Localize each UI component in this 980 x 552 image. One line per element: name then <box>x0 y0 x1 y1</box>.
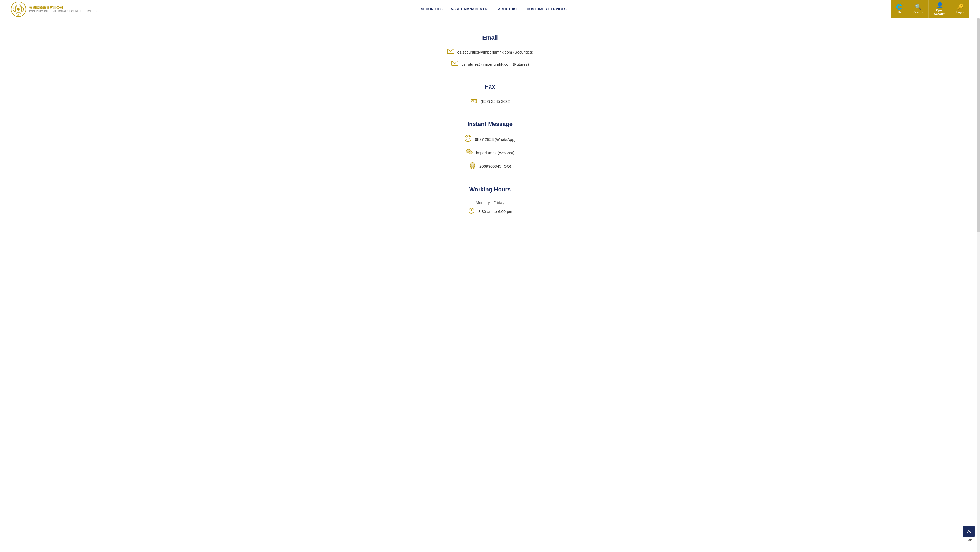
scrollbar[interactable] <box>977 18 980 258</box>
logo[interactable]: IISL 帝國國際證券有限公司 IMPERIUM INTERNATIONAL S… <box>11 1 97 17</box>
whatsapp-value: 6827 2953 (WhatsApp) <box>475 137 515 142</box>
qq-value: 2069960345 (QQ) <box>479 164 511 168</box>
fax-number-item: (852) 3585 3622 <box>382 97 598 105</box>
svg-point-15 <box>467 151 468 151</box>
search-button[interactable]: 🔍 Search <box>908 0 929 18</box>
email-futures-item: cs.futures@imperiumhk.com (Futures) <box>382 61 598 67</box>
email-securities-icon <box>447 48 454 55</box>
nav-asset-management[interactable]: ASSET MANAGEMENT <box>450 7 490 11</box>
svg-text:IISL: IISL <box>18 14 20 16</box>
whatsapp-item: 6827 2953 (WhatsApp) <box>382 135 598 144</box>
logo-text-en: IMPERIUM INTERNATIONAL SECURITIES LIMITE… <box>29 10 97 13</box>
working-hours-value: 8:30 am to 6:00 pm <box>478 209 512 214</box>
working-hours-title: Working Hours <box>382 186 598 193</box>
svg-point-19 <box>471 166 474 167</box>
svg-point-11 <box>475 102 476 102</box>
main-content: Email cs.securities@imperiumhk.com (Secu… <box>372 18 609 258</box>
scrollbar-thumb[interactable] <box>977 18 980 232</box>
svg-point-20 <box>471 165 472 166</box>
email-title: Email <box>382 34 598 41</box>
email-futures-icon <box>451 61 458 67</box>
nav-about-iisl[interactable]: ABOUT IISL <box>498 7 519 11</box>
working-hours-section: Working Hours Monday - Friday 8:30 am to… <box>382 186 598 215</box>
lang-button[interactable]: 🌐 EN <box>891 0 908 18</box>
logo-text-zh: 帝國國際證券有限公司 <box>29 6 97 10</box>
wechat-value: imperiumhk (WeChat) <box>476 150 515 155</box>
whatsapp-icon-svg <box>465 135 471 142</box>
globe-icon: 🌐 <box>896 4 902 10</box>
clock-icon-svg <box>468 207 474 214</box>
lang-label: EN <box>897 11 901 14</box>
svg-line-24 <box>471 211 473 211</box>
clock-icon <box>468 207 475 215</box>
email-securities-item: cs.securities@imperiumhk.com (Securities… <box>382 48 598 55</box>
main-nav: SECURITIES ASSET MANAGEMENT ABOUT IISL C… <box>421 7 566 11</box>
fax-icon-svg <box>470 97 477 103</box>
qq-item: 2069960345 (QQ) <box>382 162 598 170</box>
email-icon-svg-2 <box>452 61 458 66</box>
open-account-label: OpenAccount <box>934 9 945 16</box>
wechat-item: imperiumhk (WeChat) <box>382 149 598 156</box>
nav-customer-services[interactable]: CUSTOMER SERVICES <box>527 7 567 11</box>
svg-point-17 <box>469 151 469 151</box>
logo-icon: IISL <box>11 1 26 17</box>
email-futures-value: cs.futures@imperiumhk.com (Futures) <box>462 62 529 66</box>
search-icon: 🔍 <box>915 4 921 10</box>
open-account-button[interactable]: 👤 OpenAccount <box>929 0 951 18</box>
wechat-icon-svg <box>466 149 473 155</box>
open-account-icon: 👤 <box>937 2 943 8</box>
svg-point-14 <box>469 151 473 154</box>
instant-message-title: Instant Message <box>382 121 598 128</box>
fax-number-value: (852) 3585 3622 <box>480 99 510 104</box>
svg-point-3 <box>17 8 20 11</box>
working-hours-time-item: 8:30 am to 6:00 pm <box>382 207 598 215</box>
header-actions: 🌐 EN 🔍 Search 👤 OpenAccount 🔑 Login <box>891 0 969 18</box>
svg-rect-9 <box>472 101 474 102</box>
fax-title: Fax <box>382 83 598 90</box>
wechat-icon <box>466 149 473 156</box>
header: IISL 帝國國際證券有限公司 IMPERIUM INTERNATIONAL S… <box>0 0 980 18</box>
svg-point-10 <box>475 101 476 101</box>
fax-icon <box>470 97 477 105</box>
whatsapp-icon <box>464 135 472 144</box>
working-hours-days: Monday - Friday <box>382 200 598 205</box>
login-icon: 🔑 <box>957 4 964 10</box>
email-securities-value: cs.securities@imperiumhk.com (Securities… <box>457 50 533 54</box>
login-label: Login <box>956 11 964 14</box>
login-button[interactable]: 🔑 Login <box>951 0 969 18</box>
qq-icon-svg <box>469 162 476 169</box>
svg-point-21 <box>473 165 474 166</box>
nav-securities[interactable]: SECURITIES <box>421 7 443 11</box>
search-label: Search <box>913 11 923 14</box>
fax-section: Fax (852) 3585 3622 <box>382 83 598 105</box>
svg-point-16 <box>468 151 469 151</box>
instant-message-section: Instant Message 6827 2953 (WhatsApp) <box>382 121 598 170</box>
email-icon-svg <box>447 48 454 54</box>
qq-icon <box>469 162 476 170</box>
email-section: Email cs.securities@imperiumhk.com (Secu… <box>382 34 598 67</box>
